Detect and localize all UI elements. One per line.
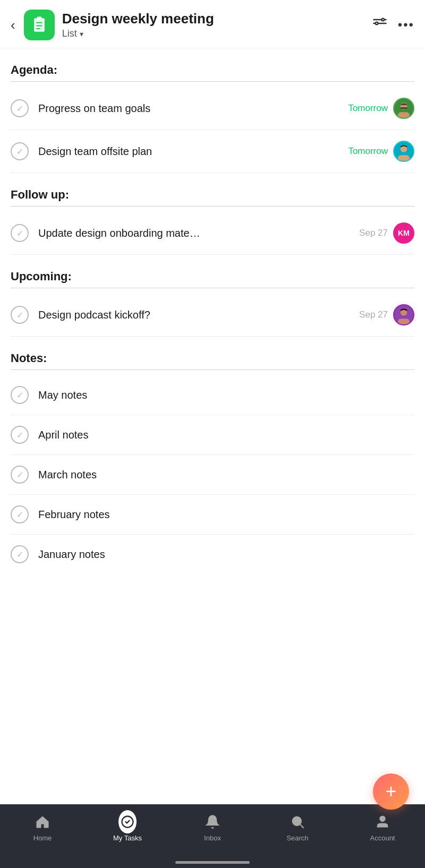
nav-label-account: Account — [370, 834, 395, 842]
check-icon: ✓ — [16, 104, 23, 114]
clipboard-icon — [30, 16, 48, 34]
task-checkbox[interactable]: ✓ — [11, 386, 29, 404]
home-indicator — [175, 861, 250, 864]
content: Agenda: ✓ Progress on team goals Tomorro… — [0, 48, 425, 669]
svg-rect-13 — [398, 112, 410, 119]
task-item[interactable]: ✓ Progress on team goals Tomorrow — [11, 87, 414, 130]
followup-divider — [11, 206, 414, 207]
notes-divider — [11, 369, 414, 370]
check-icon: ✓ — [16, 430, 23, 440]
avatar-initials: KM — [398, 229, 410, 237]
plus-icon: + — [385, 782, 396, 801]
agenda-divider — [11, 81, 414, 82]
svg-rect-21 — [398, 319, 410, 325]
header-actions: ••• — [372, 16, 414, 34]
task-item[interactable]: ✓ Design podcast kickoff? Sep 27 — [11, 294, 414, 337]
task-date: Sep 27 — [359, 310, 388, 320]
filter-icon[interactable] — [372, 16, 387, 34]
task-text: Update design onboarding mate… — [38, 227, 353, 239]
chevron-down-icon: ▾ — [80, 30, 83, 38]
nav-label-search: Search — [286, 834, 308, 842]
check-icon: ✓ — [16, 147, 23, 157]
search-icon — [288, 813, 307, 831]
header: ‹ Design weekly meeting List ▾ — [0, 0, 425, 48]
task-text: Design team offsite plan — [38, 145, 342, 158]
account-icon — [373, 813, 392, 831]
task-meta: Sep 27 — [359, 304, 414, 325]
task-item[interactable]: ✓ Update design onboarding mate… Sep 27 … — [11, 212, 414, 255]
notes-title: Notes: — [11, 351, 414, 365]
task-meta: Tomorrow — [348, 98, 414, 119]
task-item[interactable]: ✓ January notes — [11, 535, 414, 574]
task-item[interactable]: ✓ March notes — [11, 455, 414, 495]
svg-line-23 — [300, 824, 303, 828]
nav-label-my-tasks: My Tasks — [113, 834, 142, 842]
view-label: List — [62, 28, 77, 39]
check-icon: ✓ — [16, 390, 23, 400]
task-item[interactable]: ✓ May notes — [11, 375, 414, 415]
task-checkbox[interactable]: ✓ — [11, 306, 29, 324]
nav-item-account[interactable]: Account — [356, 813, 409, 842]
nav-item-my-tasks[interactable]: My Tasks — [101, 813, 154, 842]
upcoming-title: Upcoming: — [11, 270, 414, 283]
header-title-block: Design weekly meeting List ▾ — [62, 11, 372, 39]
nav-label-inbox: Inbox — [204, 834, 221, 842]
avatar — [393, 141, 414, 162]
back-button[interactable]: ‹ — [11, 18, 15, 32]
svg-rect-1 — [37, 16, 41, 20]
task-text: May notes — [38, 389, 414, 401]
task-text: January notes — [38, 548, 414, 561]
task-checkbox[interactable]: ✓ — [11, 142, 29, 160]
avatar: KM — [393, 222, 414, 244]
svg-point-22 — [293, 817, 301, 826]
check-icon: ✓ — [16, 310, 23, 320]
svg-rect-18 — [398, 155, 410, 162]
task-item[interactable]: ✓ April notes — [11, 415, 414, 455]
more-options-icon[interactable]: ••• — [398, 18, 414, 32]
home-icon — [33, 813, 52, 831]
upcoming-divider — [11, 288, 414, 288]
task-checkbox[interactable]: ✓ — [11, 466, 29, 484]
agenda-section-header: Agenda: — [11, 48, 414, 87]
task-item[interactable]: ✓ Design team offsite plan Tomorrow — [11, 130, 414, 173]
svg-rect-15 — [401, 107, 407, 109]
followup-section-header: Follow up: — [11, 173, 414, 212]
agenda-title: Agenda: — [11, 63, 414, 77]
task-text: Progress on team goals — [38, 102, 342, 115]
task-text: March notes — [38, 469, 414, 481]
check-icon: ✓ — [16, 228, 23, 238]
task-checkbox[interactable]: ✓ — [11, 224, 29, 242]
nav-item-inbox[interactable]: Inbox — [186, 813, 239, 842]
upcoming-section-header: Upcoming: — [11, 255, 414, 294]
check-icon: ✓ — [16, 470, 23, 480]
app-icon — [24, 10, 55, 40]
task-text: February notes — [38, 509, 414, 521]
view-selector[interactable]: List ▾ — [62, 28, 372, 39]
task-checkbox[interactable]: ✓ — [11, 99, 29, 117]
task-checkbox[interactable]: ✓ — [11, 545, 29, 563]
followup-title: Follow up: — [11, 188, 414, 202]
my-tasks-icon — [118, 813, 137, 831]
nav-item-home[interactable]: Home — [16, 813, 69, 842]
task-item[interactable]: ✓ February notes — [11, 495, 414, 535]
avatar — [393, 98, 414, 119]
bottom-nav: Home My Tasks Inbox Search — [0, 804, 425, 868]
avatar — [393, 304, 414, 325]
task-meta: Sep 27 KM — [359, 222, 414, 244]
task-checkbox[interactable]: ✓ — [11, 426, 29, 444]
svg-rect-0 — [34, 18, 45, 32]
svg-point-24 — [380, 817, 385, 821]
inbox-icon — [203, 813, 222, 831]
add-task-fab[interactable]: + — [373, 774, 409, 810]
check-icon: ✓ — [16, 510, 23, 520]
task-text: April notes — [38, 429, 414, 441]
task-checkbox[interactable]: ✓ — [11, 505, 29, 523]
task-date: Tomorrow — [348, 103, 388, 114]
task-meta: Tomorrow — [348, 141, 414, 162]
notes-section-header: Notes: — [11, 337, 414, 375]
nav-label-home: Home — [33, 834, 52, 842]
check-icon: ✓ — [16, 549, 23, 560]
task-date: Sep 27 — [359, 228, 388, 238]
nav-item-search[interactable]: Search — [271, 813, 324, 842]
page-title: Design weekly meeting — [62, 11, 372, 27]
